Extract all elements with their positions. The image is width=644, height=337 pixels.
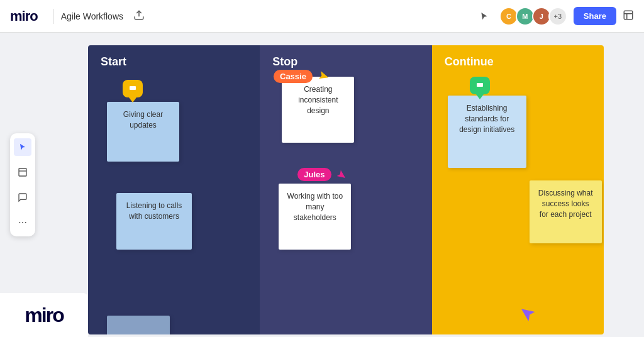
svg-point-7 [22,222,23,223]
avatar-group: C M J +3 [499,7,567,26]
miro-watermark-text: miro [25,304,63,327]
topbar: miro Agile Workflows C M J +3 Share [0,0,644,33]
cursor-tool-icon [475,8,493,25]
cursor-jules: Jules [297,168,346,181]
cursor-cassie-label: Cassie [274,70,313,83]
topbar-divider [53,9,53,24]
miro-logo: miro [10,8,38,25]
more-tools[interactable] [14,214,31,231]
cursor-cassie: Cassie [274,69,329,83]
svg-rect-1 [624,11,633,19]
svg-point-6 [19,222,20,223]
share-button[interactable]: Share [574,7,616,25]
avatar-extra-count: +3 [548,7,567,26]
svg-rect-4 [19,168,26,176]
col-start-header: Start [101,55,247,69]
upload-button[interactable] [131,7,147,26]
comment-tool[interactable] [14,189,31,206]
sticky-tool[interactable] [14,163,31,181]
sticky-working-stakeholders[interactable]: Working with too many stakeholders [279,184,351,250]
sticky-establishing-standards[interactable]: Establishing standards for design initia… [448,96,526,168]
col-stop-header: Stop [272,55,419,69]
left-toolbar [10,133,35,236]
col-continue: Continue Establishing standards for desi… [432,45,604,334]
comment-bubble-continue[interactable] [470,77,490,94]
sticky-creating-inconsistent[interactable]: Creating inconsistent design [282,77,354,143]
col-start: Start Giving clear updates Listening to … [88,45,260,334]
sticky-giving-clear-updates[interactable]: Giving clear updates [107,102,179,162]
comment-bubble-start[interactable] [123,80,143,97]
sticky-listening-calls[interactable]: Listening to calls with customers [116,193,192,250]
board: Start Giving clear updates Listening to … [88,45,604,334]
cursor-jules-label: Jules [297,168,331,181]
board-title: Agile Workflows [61,11,123,21]
purple-arrow [516,301,543,331]
miro-watermark: miro [0,293,88,337]
topbar-right: C M J +3 Share [475,7,634,26]
col-stop: Stop Creating inconsistent design Jules … [260,45,431,334]
sticky-discussing-success[interactable]: Discussing what success looks for each p… [530,180,602,243]
select-tool[interactable] [14,138,31,156]
canvas[interactable]: Start Giving clear updates Listening to … [0,33,644,337]
col-continue-header: Continue [445,55,591,69]
svg-point-8 [25,222,26,223]
sticky-partial-start[interactable] [107,316,170,334]
notes-button[interactable] [623,9,634,23]
